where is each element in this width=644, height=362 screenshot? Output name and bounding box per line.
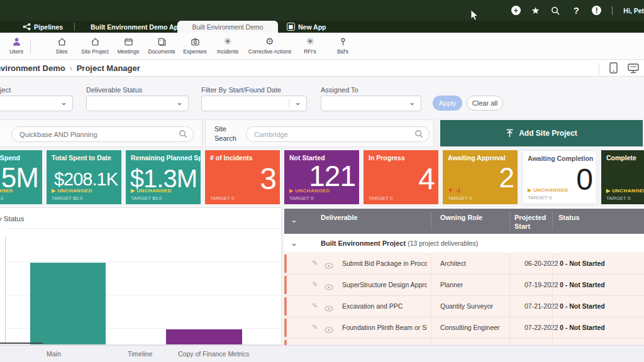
view-icon[interactable] <box>325 260 333 272</box>
toolbar-item-site-project[interactable]: Site Project <box>78 36 112 55</box>
documents-icon <box>146 36 177 47</box>
clear-all-button[interactable]: Clear all <box>467 96 503 111</box>
help-icon[interactable]: ? <box>571 6 581 16</box>
toolbar-item-users[interactable]: Users <box>5 36 28 55</box>
search-icon[interactable] <box>550 6 560 16</box>
mobile-preview-icon[interactable] <box>609 62 618 76</box>
table-row[interactable]: ✎ SuperStructure Design Approved Planner… <box>284 275 644 296</box>
kpi-card-not-started[interactable]: Not Started 121 ▶ UNCHANGED TARGET 0 <box>284 150 359 204</box>
report-search-input[interactable] <box>11 126 194 142</box>
page-tab-timeline[interactable]: Timeline <box>128 350 152 358</box>
page-tab-finance-metrics[interactable]: Copy of Finance Metrics <box>178 350 249 358</box>
header-owning-role[interactable]: Owning Role <box>440 214 482 222</box>
deliverables-table: ⌄ Deliverable Owning Role Projected Star… <box>284 207 644 347</box>
pipelines-link[interactable]: Pipelines <box>23 21 63 33</box>
filter-assigned-to-select[interactable]: ⌄ <box>321 96 421 111</box>
toolbar-item-documents[interactable]: Documents <box>146 36 177 55</box>
tab-demo-apps[interactable]: Built Environment Demo Apps <box>91 21 186 33</box>
toolbar-item-sites[interactable]: Sites <box>50 36 73 55</box>
collapse-group-icon[interactable]: ⌄ <box>291 238 297 248</box>
kpi-card-awaiting-completion[interactable]: Awaiting Completion 0 ▶ UNCHANGED TARGET… <box>522 150 597 204</box>
edit-icon[interactable]: ✎ <box>312 323 318 331</box>
toolbar-item-corrective-actions[interactable]: ⚙ Corrective Actions <box>244 36 296 55</box>
toolbar-item-meetings[interactable]: Meetings <box>114 36 142 55</box>
trend-badge: ▶ UNCHANGED <box>0 188 13 194</box>
edit-icon[interactable]: ✎ <box>312 302 318 310</box>
edit-icon[interactable]: ✎ <box>312 259 318 267</box>
desktop-preview-icon[interactable] <box>628 63 639 76</box>
topbar-divider <box>612 6 613 15</box>
table-header: ⌄ Deliverable Owning Role Projected Star… <box>284 209 644 234</box>
header-projected-start[interactable]: Projected Start <box>514 214 550 231</box>
trend-badge: ▶ UNCHANGED <box>606 188 644 194</box>
table-group-row[interactable]: ⌄ Built Environment Project (13 project … <box>284 234 644 253</box>
chevron-down-icon: ⌄ <box>409 97 416 107</box>
search-band: SiteSearch Add Site Project <box>0 119 644 147</box>
trend-badge: ▶ UNCHANGED <box>289 188 330 194</box>
header-divider <box>431 212 431 230</box>
breadcrumb-separator-icon: › <box>70 64 72 73</box>
filter-project-select[interactable]: ⌄ <box>0 96 73 111</box>
toolbar-item-expenses[interactable]: Expenses <box>181 36 209 55</box>
kpi-card-remaining-planned[interactable]: Remaining Planned Spe... $1.3M ▶ UNCHANG… <box>126 150 201 204</box>
y-axis <box>5 236 6 344</box>
trend-badge: ▶ UNCHANGED <box>52 188 92 194</box>
view-icon[interactable] <box>325 324 333 336</box>
site-search-input[interactable] <box>246 126 430 142</box>
table-row[interactable]: ✎ Submit Bid Package in Procore Architec… <box>284 253 644 275</box>
breadcrumb-app[interactable]: Built Environment Demo <box>0 63 65 73</box>
collapse-all-icon[interactable]: ⌄ <box>291 215 297 224</box>
alert-icon[interactable]: ! <box>592 6 601 15</box>
header-status[interactable]: Status <box>558 214 580 222</box>
search-icon <box>179 129 187 141</box>
kpi-card-awaiting-approval[interactable]: Awaiting Approval 2 ▼ -1 TARGET 0 <box>443 150 518 204</box>
kpi-card-incidents[interactable]: # of Incidents 3 TARGET 0 <box>205 150 280 204</box>
user-greeting[interactable]: Hi, Pet <box>623 7 644 14</box>
filter-bar: Project ⌄ Deliverable Status ⌄ Filter By… <box>0 77 644 118</box>
apply-button[interactable]: Apply <box>433 96 462 111</box>
x-axis-segment <box>0 343 43 344</box>
view-icon[interactable] <box>325 282 333 293</box>
pipelines-label: Pipelines <box>34 23 63 31</box>
view-icon[interactable] <box>325 303 333 314</box>
kpi-card-total-spent[interactable]: Total Spent to Date $208.1K ▶ UNCHANGED … <box>47 150 121 204</box>
favorites-star-icon[interactable]: ★ <box>531 5 540 16</box>
chart-bar-purple <box>166 329 242 344</box>
chevron-down-icon: ⌄ <box>176 97 183 107</box>
toolbar-item-incidents[interactable]: ✳ Incidents <box>214 36 242 55</box>
tab-built-environment-demo[interactable]: Built Environment Demo <box>177 21 278 33</box>
home-icon <box>78 36 112 47</box>
kpi-card-complete[interactable]: Complete 10 ▶ UNCHANGED TARGET 0 <box>601 150 644 204</box>
breadcrumb-page: Project Manager <box>77 63 140 73</box>
kpi-card-planned-spend[interactable]: Planned Spend $1.5M ▶ UNCHANGED TARGET $… <box>0 150 42 204</box>
demo-apps-label: Built Environment Demo Apps <box>91 23 186 31</box>
mouse-cursor <box>470 9 479 22</box>
header-deliverable[interactable]: Deliverable <box>321 214 358 222</box>
new-app-button[interactable]: ▦ New App <box>287 21 326 33</box>
page-tab-bar: Main Timeline Copy of Finance Metrics <box>0 345 644 362</box>
table-row[interactable]: ✎ Excavation and PPC Quantity Surveyor 0… <box>284 296 644 317</box>
burst-icon: ✳ <box>299 36 321 47</box>
breadcrumb-row: Built Environment Demo›Project Manager <box>0 60 644 77</box>
tab-divider <box>74 23 75 31</box>
toolbar-item-bids[interactable]: Bid's <box>331 36 355 55</box>
toolbar-item-rfis[interactable]: ✳ RFI's <box>299 36 321 55</box>
filter-deliverable-status-select[interactable]: ⌄ <box>86 96 189 111</box>
burst-icon: ✳ <box>214 36 242 47</box>
edit-icon[interactable]: ✎ <box>312 280 318 288</box>
add-site-project-button[interactable]: Add Site Project <box>440 120 643 146</box>
filter-date-label: Filter By Start/Found Date <box>201 86 281 94</box>
page-tab-main[interactable]: Main <box>47 350 61 358</box>
user-icon <box>5 36 28 47</box>
header-divider <box>552 212 553 230</box>
filter-project-label: Project <box>0 86 11 94</box>
kpi-card-in-progress[interactable]: In Progress 4 TARGET 0 <box>364 150 438 204</box>
table-row[interactable]: ✎ Foundation Plinth Beam or Slab Consult… <box>284 317 644 339</box>
add-icon[interactable]: + <box>511 6 521 15</box>
kpi-row: Planned Spend $1.5M ▶ UNCHANGED TARGET $… <box>0 150 644 205</box>
breadcrumb[interactable]: Built Environment Demo›Project Manager <box>0 63 140 73</box>
active-tab-label: Built Environment Demo <box>192 23 263 31</box>
filter-date-select[interactable]: ⌄ <box>201 96 307 111</box>
chart-bar-teal <box>30 263 106 344</box>
new-app-icon: ▦ <box>287 23 295 31</box>
